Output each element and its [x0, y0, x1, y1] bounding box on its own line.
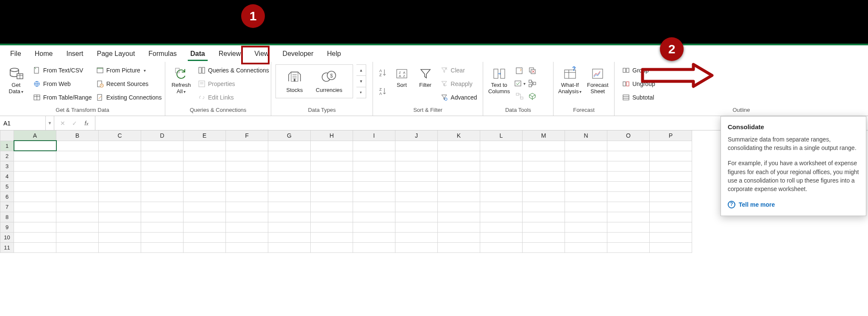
from-table-button[interactable]: From Table/Range: [31, 91, 91, 103]
cell[interactable]: [311, 151, 353, 161]
column-header[interactable]: A: [14, 130, 56, 141]
what-if-button[interactable]: ? What-IfAnalysis▾: [558, 64, 582, 103]
row-header[interactable]: 7: [0, 202, 14, 212]
cell[interactable]: [14, 212, 56, 222]
gallery-down[interactable]: ▼: [356, 76, 366, 87]
clear-button[interactable]: Clear: [439, 64, 479, 76]
cell[interactable]: [14, 232, 56, 242]
cell[interactable]: [523, 141, 565, 151]
column-header[interactable]: N: [565, 130, 607, 141]
cell[interactable]: [226, 202, 268, 212]
cell[interactable]: [99, 232, 141, 242]
cell[interactable]: [268, 151, 311, 161]
advanced-button[interactable]: Advanced: [439, 91, 479, 103]
cell[interactable]: [184, 212, 226, 222]
reapply-button[interactable]: Reapply: [439, 78, 479, 90]
cell[interactable]: [565, 141, 607, 151]
cell[interactable]: [565, 202, 607, 212]
cell[interactable]: [311, 232, 353, 242]
name-box[interactable]: ▼: [0, 116, 54, 130]
cell[interactable]: [226, 151, 268, 161]
column-header[interactable]: P: [650, 130, 692, 141]
column-header[interactable]: F: [226, 130, 268, 141]
cell[interactable]: [56, 222, 99, 232]
cell[interactable]: [480, 161, 523, 171]
tab-developer[interactable]: Developer: [276, 47, 320, 62]
cell[interactable]: [607, 242, 650, 252]
cell[interactable]: [141, 141, 184, 151]
remove-duplicates-button[interactable]: [527, 65, 538, 76]
cell[interactable]: [395, 141, 438, 151]
cell[interactable]: [56, 181, 99, 191]
cell[interactable]: [395, 232, 438, 242]
cell[interactable]: [353, 212, 395, 222]
cell[interactable]: [56, 232, 99, 242]
tab-review[interactable]: Review: [212, 47, 248, 62]
cell[interactable]: [480, 222, 523, 232]
cell[interactable]: [565, 171, 607, 181]
column-header[interactable]: K: [438, 130, 480, 141]
cell[interactable]: [184, 191, 226, 202]
cell[interactable]: [607, 141, 650, 151]
cell[interactable]: [14, 151, 56, 161]
cell[interactable]: [99, 161, 141, 171]
cell[interactable]: [480, 202, 523, 212]
cell[interactable]: [141, 181, 184, 191]
cell[interactable]: [99, 222, 141, 232]
cell[interactable]: [480, 171, 523, 181]
cell[interactable]: [650, 161, 692, 171]
cell[interactable]: [480, 181, 523, 191]
cell[interactable]: [99, 151, 141, 161]
cell[interactable]: [650, 222, 692, 232]
cell[interactable]: [311, 222, 353, 232]
subtotal-button[interactable]: Subtotal: [620, 91, 657, 103]
cell[interactable]: [226, 242, 268, 252]
column-header[interactable]: I: [353, 130, 395, 141]
tab-file[interactable]: File: [3, 47, 28, 62]
forecast-sheet-button[interactable]: ForecastSheet: [586, 64, 610, 103]
cell[interactable]: [523, 181, 565, 191]
row-header[interactable]: 11: [0, 242, 14, 252]
cell[interactable]: [438, 141, 480, 151]
data-type-stocks[interactable]: Stocks: [286, 68, 303, 93]
cell[interactable]: [141, 222, 184, 232]
column-header[interactable]: C: [99, 130, 141, 141]
cell[interactable]: [141, 202, 184, 212]
from-text-csv-button[interactable]: From Text/CSV: [31, 64, 91, 76]
cell[interactable]: [141, 161, 184, 171]
enter-icon[interactable]: ✓: [70, 120, 79, 127]
cell[interactable]: [480, 232, 523, 242]
cell[interactable]: [268, 181, 311, 191]
cell[interactable]: [395, 191, 438, 202]
tell-me-more-link[interactable]: ? Tell me more: [728, 200, 859, 209]
row-header[interactable]: 10: [0, 232, 14, 242]
cell[interactable]: [438, 181, 480, 191]
cell[interactable]: [226, 191, 268, 202]
row-header[interactable]: 6: [0, 191, 14, 202]
cell[interactable]: [438, 191, 480, 202]
cell[interactable]: [141, 151, 184, 161]
cell[interactable]: [226, 141, 268, 151]
cell[interactable]: [523, 212, 565, 222]
fx-icon[interactable]: fx: [82, 120, 91, 127]
cell[interactable]: [650, 151, 692, 161]
cell[interactable]: [565, 242, 607, 252]
cell[interactable]: [438, 151, 480, 161]
cell[interactable]: [56, 141, 99, 151]
sort-asc-button[interactable]: AZ: [377, 67, 388, 78]
cell[interactable]: [607, 171, 650, 181]
cell[interactable]: [268, 232, 311, 242]
tab-page-layout[interactable]: Page Layout: [90, 47, 142, 62]
cell[interactable]: [311, 212, 353, 222]
cell[interactable]: [650, 141, 692, 151]
cell[interactable]: [480, 151, 523, 161]
cell[interactable]: [268, 202, 311, 212]
gallery-up[interactable]: ▲: [356, 65, 366, 76]
cell[interactable]: [353, 141, 395, 151]
tab-formulas[interactable]: Formulas: [142, 47, 184, 62]
cell[interactable]: [99, 191, 141, 202]
cell[interactable]: [565, 212, 607, 222]
column-header[interactable]: B: [56, 130, 99, 141]
cell[interactable]: [14, 161, 56, 171]
cell[interactable]: [184, 181, 226, 191]
